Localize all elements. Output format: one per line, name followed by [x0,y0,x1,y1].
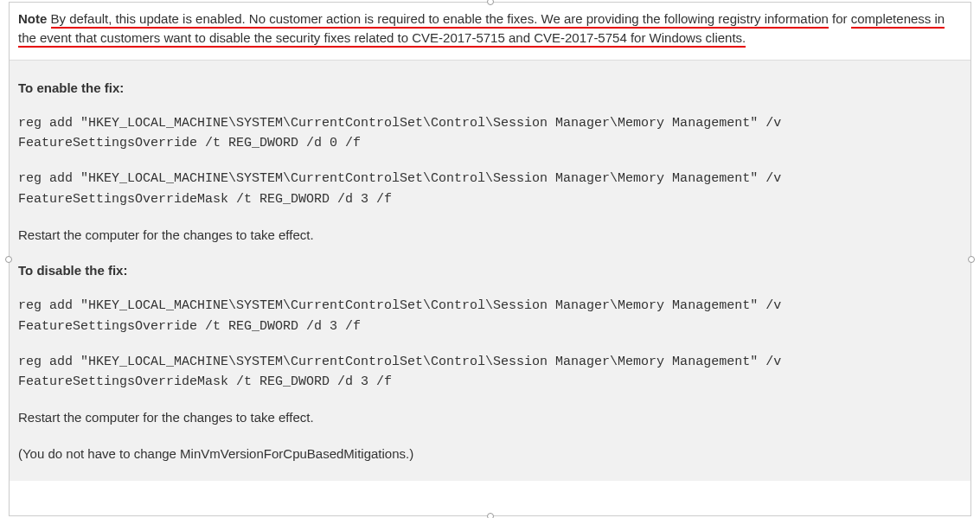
disable-restart: Restart the computer for the changes to … [18,407,962,427]
enable-cmd-1: reg add "HKEY_LOCAL_MACHINE\SYSTEM\Curre… [18,113,962,154]
enable-restart: Restart the computer for the changes to … [18,225,962,245]
resize-handle-left[interactable] [5,256,12,263]
resize-handle-right[interactable] [968,256,975,263]
note-box: Note By default, this update is enabled.… [10,3,970,60]
resize-handle-bottom[interactable] [487,513,494,518]
enable-cmd-2: reg add "HKEY_LOCAL_MACHINE\SYSTEM\Curre… [18,169,962,209]
disable-footnote: (You do not have to change MinVmVersionF… [18,444,962,464]
disable-cmd-1: reg add "HKEY_LOCAL_MACHINE\SYSTEM\Curre… [18,296,962,336]
note-mid: for [832,11,851,26]
code-box: To enable the fix: reg add "HKEY_LOCAL_M… [10,60,970,481]
enable-heading: To enable the fix: [18,78,962,98]
disable-heading: To disable the fix: [18,260,962,280]
note-underlined-1: By default, this update is enabled. No c… [51,11,829,29]
note-label: Note [18,11,47,26]
selection-frame: Note By default, this update is enabled.… [9,2,971,516]
disable-cmd-2: reg add "HKEY_LOCAL_MACHINE\SYSTEM\Curre… [18,352,962,393]
